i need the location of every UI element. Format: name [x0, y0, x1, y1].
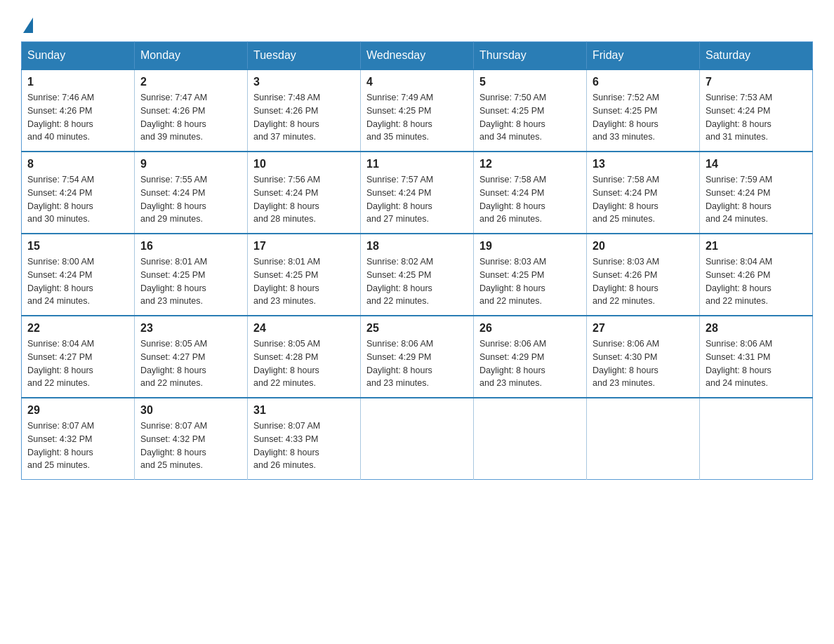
day-of-week-header: Thursday — [474, 42, 587, 70]
calendar-cell: 16 Sunrise: 8:01 AM Sunset: 4:25 PM Dayl… — [135, 234, 248, 316]
day-number: 31 — [253, 404, 355, 417]
calendar-cell: 8 Sunrise: 7:54 AM Sunset: 4:24 PM Dayli… — [22, 152, 135, 234]
calendar-cell — [474, 398, 587, 480]
calendar-cell: 14 Sunrise: 7:59 AM Sunset: 4:24 PM Dayl… — [700, 152, 813, 234]
day-info: Sunrise: 7:46 AM Sunset: 4:26 PM Dayligh… — [27, 91, 128, 144]
calendar-cell — [700, 398, 813, 480]
calendar-week-row: 22 Sunrise: 8:04 AM Sunset: 4:27 PM Dayl… — [22, 316, 813, 398]
calendar-cell: 21 Sunrise: 8:04 AM Sunset: 4:26 PM Dayl… — [700, 234, 813, 316]
day-number: 11 — [366, 158, 468, 170]
day-number: 12 — [479, 158, 581, 170]
day-number: 10 — [253, 158, 355, 170]
day-number: 30 — [140, 404, 241, 417]
day-info: Sunrise: 8:00 AM Sunset: 4:24 PM Dayligh… — [27, 255, 128, 308]
day-number: 26 — [479, 322, 581, 335]
day-number: 20 — [593, 240, 694, 253]
calendar-cell: 18 Sunrise: 8:02 AM Sunset: 4:25 PM Dayl… — [361, 234, 474, 316]
day-number: 27 — [593, 322, 694, 335]
calendar-cell: 20 Sunrise: 8:03 AM Sunset: 4:26 PM Dayl… — [587, 234, 700, 316]
day-info: Sunrise: 8:02 AM Sunset: 4:25 PM Dayligh… — [366, 255, 468, 308]
day-info: Sunrise: 7:59 AM Sunset: 4:24 PM Dayligh… — [706, 173, 807, 226]
calendar-week-row: 15 Sunrise: 8:00 AM Sunset: 4:24 PM Dayl… — [22, 234, 813, 316]
calendar-cell: 24 Sunrise: 8:05 AM Sunset: 4:28 PM Dayl… — [248, 316, 361, 398]
day-of-week-header: Saturday — [700, 42, 813, 70]
calendar-week-row: 8 Sunrise: 7:54 AM Sunset: 4:24 PM Dayli… — [22, 152, 813, 234]
calendar-cell: 10 Sunrise: 7:56 AM Sunset: 4:24 PM Dayl… — [248, 152, 361, 234]
calendar-cell: 4 Sunrise: 7:49 AM Sunset: 4:25 PM Dayli… — [361, 69, 474, 152]
day-number: 16 — [140, 240, 241, 253]
calendar-cell: 7 Sunrise: 7:53 AM Sunset: 4:24 PM Dayli… — [700, 69, 813, 152]
day-info: Sunrise: 8:05 AM Sunset: 4:27 PM Dayligh… — [140, 337, 241, 390]
day-number: 14 — [706, 158, 807, 170]
day-info: Sunrise: 8:07 AM Sunset: 4:32 PM Dayligh… — [27, 420, 128, 472]
day-number: 3 — [253, 76, 355, 88]
day-info: Sunrise: 8:01 AM Sunset: 4:25 PM Dayligh… — [253, 255, 355, 308]
day-number: 19 — [479, 240, 581, 253]
day-number: 15 — [27, 240, 128, 253]
day-number: 21 — [706, 240, 807, 253]
day-of-week-header: Wednesday — [361, 42, 474, 70]
day-info: Sunrise: 8:05 AM Sunset: 4:28 PM Dayligh… — [253, 337, 355, 390]
day-info: Sunrise: 8:07 AM Sunset: 4:32 PM Dayligh… — [140, 420, 241, 472]
calendar-week-row: 1 Sunrise: 7:46 AM Sunset: 4:26 PM Dayli… — [22, 69, 813, 152]
day-info: Sunrise: 8:03 AM Sunset: 4:26 PM Dayligh… — [593, 255, 694, 308]
calendar-cell: 28 Sunrise: 8:06 AM Sunset: 4:31 PM Dayl… — [700, 316, 813, 398]
calendar-cell: 9 Sunrise: 7:55 AM Sunset: 4:24 PM Dayli… — [135, 152, 248, 234]
day-of-week-header: Sunday — [22, 42, 135, 70]
day-info: Sunrise: 8:06 AM Sunset: 4:29 PM Dayligh… — [479, 337, 581, 390]
day-info: Sunrise: 8:04 AM Sunset: 4:26 PM Dayligh… — [706, 255, 807, 308]
day-info: Sunrise: 7:54 AM Sunset: 4:24 PM Dayligh… — [27, 173, 128, 226]
calendar-cell: 29 Sunrise: 8:07 AM Sunset: 4:32 PM Dayl… — [22, 398, 135, 480]
day-info: Sunrise: 8:06 AM Sunset: 4:29 PM Dayligh… — [366, 337, 468, 390]
calendar-cell: 13 Sunrise: 7:58 AM Sunset: 4:24 PM Dayl… — [587, 152, 700, 234]
calendar-cell: 17 Sunrise: 8:01 AM Sunset: 4:25 PM Dayl… — [248, 234, 361, 316]
day-info: Sunrise: 7:48 AM Sunset: 4:26 PM Dayligh… — [253, 91, 355, 144]
day-info: Sunrise: 7:56 AM Sunset: 4:24 PM Dayligh… — [253, 173, 355, 226]
day-number: 18 — [366, 240, 468, 253]
day-number: 28 — [706, 322, 807, 335]
calendar-cell: 12 Sunrise: 7:58 AM Sunset: 4:24 PM Dayl… — [474, 152, 587, 234]
calendar-week-row: 29 Sunrise: 8:07 AM Sunset: 4:32 PM Dayl… — [22, 398, 813, 480]
day-of-week-header: Monday — [135, 42, 248, 70]
day-info: Sunrise: 7:53 AM Sunset: 4:24 PM Dayligh… — [706, 91, 807, 144]
day-number: 4 — [366, 76, 468, 88]
day-number: 9 — [140, 158, 241, 170]
logo-triangle-icon — [23, 18, 33, 33]
calendar-cell: 6 Sunrise: 7:52 AM Sunset: 4:25 PM Dayli… — [587, 69, 700, 152]
calendar-cell: 25 Sunrise: 8:06 AM Sunset: 4:29 PM Dayl… — [361, 316, 474, 398]
day-number: 8 — [27, 158, 128, 170]
calendar-cell: 27 Sunrise: 8:06 AM Sunset: 4:30 PM Dayl… — [587, 316, 700, 398]
day-number: 29 — [27, 404, 128, 417]
day-info: Sunrise: 7:58 AM Sunset: 4:24 PM Dayligh… — [593, 173, 694, 226]
day-number: 24 — [253, 322, 355, 335]
calendar-cell: 5 Sunrise: 7:50 AM Sunset: 4:25 PM Dayli… — [474, 69, 587, 152]
calendar-cell: 3 Sunrise: 7:48 AM Sunset: 4:26 PM Dayli… — [248, 69, 361, 152]
day-number: 2 — [140, 76, 241, 88]
day-info: Sunrise: 7:50 AM Sunset: 4:25 PM Dayligh… — [479, 91, 581, 144]
day-info: Sunrise: 7:58 AM Sunset: 4:24 PM Dayligh… — [479, 173, 581, 226]
day-info: Sunrise: 8:06 AM Sunset: 4:31 PM Dayligh… — [706, 337, 807, 390]
calendar-table: SundayMondayTuesdayWednesdayThursdayFrid… — [21, 41, 813, 480]
day-info: Sunrise: 8:04 AM Sunset: 4:27 PM Dayligh… — [27, 337, 128, 390]
day-info: Sunrise: 7:55 AM Sunset: 4:24 PM Dayligh… — [140, 173, 241, 226]
day-info: Sunrise: 7:52 AM Sunset: 4:25 PM Dayligh… — [593, 91, 694, 144]
day-info: Sunrise: 8:06 AM Sunset: 4:30 PM Dayligh… — [593, 337, 694, 390]
day-info: Sunrise: 7:49 AM Sunset: 4:25 PM Dayligh… — [366, 91, 468, 144]
calendar-cell: 1 Sunrise: 7:46 AM Sunset: 4:26 PM Dayli… — [22, 69, 135, 152]
day-number: 6 — [593, 76, 694, 88]
calendar-cell: 31 Sunrise: 8:07 AM Sunset: 4:33 PM Dayl… — [248, 398, 361, 480]
day-info: Sunrise: 8:03 AM Sunset: 4:25 PM Dayligh… — [479, 255, 581, 308]
calendar-cell: 22 Sunrise: 8:04 AM Sunset: 4:27 PM Dayl… — [22, 316, 135, 398]
day-number: 5 — [479, 76, 581, 88]
calendar-cell: 19 Sunrise: 8:03 AM Sunset: 4:25 PM Dayl… — [474, 234, 587, 316]
calendar-header-row: SundayMondayTuesdayWednesdayThursdayFrid… — [22, 42, 813, 70]
calendar-cell: 2 Sunrise: 7:47 AM Sunset: 4:26 PM Dayli… — [135, 69, 248, 152]
day-number: 22 — [27, 322, 128, 335]
day-info: Sunrise: 8:07 AM Sunset: 4:33 PM Dayligh… — [253, 420, 355, 472]
day-number: 13 — [593, 158, 694, 170]
calendar-cell: 23 Sunrise: 8:05 AM Sunset: 4:27 PM Dayl… — [135, 316, 248, 398]
day-number: 1 — [27, 76, 128, 88]
day-number: 23 — [140, 322, 241, 335]
day-number: 17 — [253, 240, 355, 253]
page-header — [21, 14, 813, 29]
